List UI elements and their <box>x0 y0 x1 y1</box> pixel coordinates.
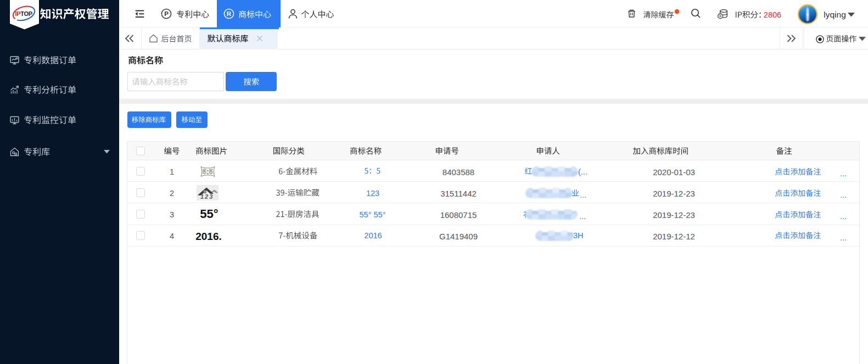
svg-text:R: R <box>227 10 232 17</box>
svg-text:123: 123 <box>200 193 214 200</box>
svg-text:5:5: 5:5 <box>202 168 213 176</box>
svg-text:IPTOP: IPTOP <box>15 10 32 17</box>
svg-text:P: P <box>164 10 169 17</box>
